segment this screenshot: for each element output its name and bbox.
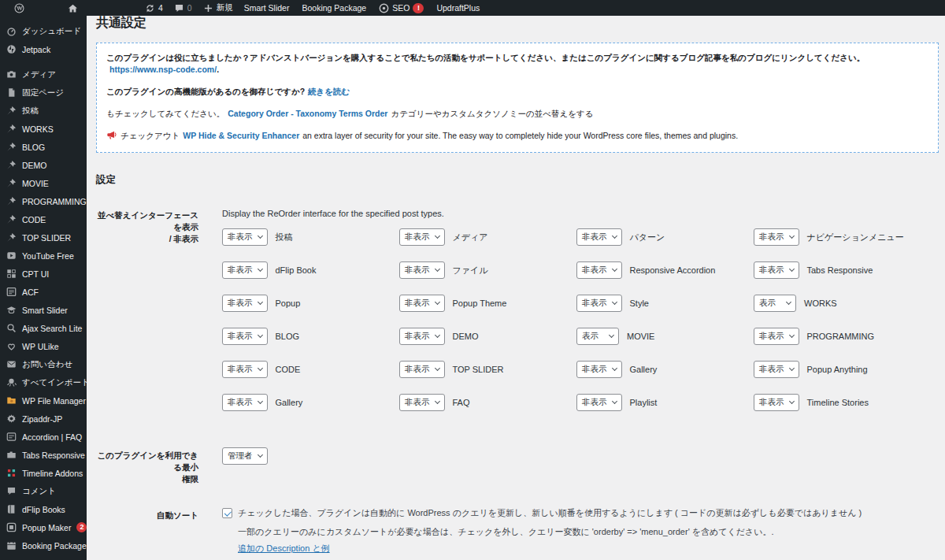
chevron-down-icon <box>434 332 439 338</box>
new-content-menu[interactable]: 新規 <box>203 2 233 13</box>
sidebar-item-timeline-addons[interactable]: Timeline Addons <box>0 464 87 482</box>
wordpress-logo-menu[interactable] <box>14 3 24 13</box>
reorder-interface-label: 並べ替えインターフェースを表示 / 非表示 <box>96 207 198 245</box>
smart-slider-menu[interactable]: Smart Slider <box>244 3 290 13</box>
sidebar-item-dashboard[interactable]: ダッシュボード <box>0 22 87 40</box>
visibility-select[interactable]: 非表示 <box>222 295 268 312</box>
sidebar-item-wp-ulike[interactable]: WP ULike <box>0 337 87 355</box>
sidebar-item-label: 投稿 <box>22 106 39 117</box>
visibility-select[interactable]: 非表示 <box>754 328 799 345</box>
visibility-select[interactable]: 非表示 <box>222 394 268 411</box>
post-type-cell: 非表示DEMO <box>399 328 576 345</box>
sidebar-item-ajax-search-lite[interactable]: Ajax Search Lite <box>0 319 87 337</box>
post-type-cell: 非表示Responsive Accordion <box>576 261 754 279</box>
sidebar-item-blog[interactable]: BLOG <box>0 138 87 156</box>
sidebar-item-cpt-ui[interactable]: CPT UI <box>0 265 87 283</box>
nsp-code-link[interactable]: https://www.nsp-code.com/ <box>109 65 217 74</box>
chevron-down-icon <box>788 399 794 404</box>
sidebar-item-label: Jetpack <box>22 45 50 54</box>
visibility-select[interactable]: 非表示 <box>576 361 622 378</box>
sidebar-item-top-slider[interactable]: TOP SLIDER <box>0 228 87 247</box>
visibility-select[interactable]: 非表示 <box>754 394 799 411</box>
chevron-down-icon <box>611 365 617 371</box>
sidebar-item-booking-package[interactable]: Booking Package <box>0 536 87 554</box>
media-icon <box>6 69 17 80</box>
sidebar-item-zipaddr-jp[interactable]: Zipaddr-JP <box>0 410 87 428</box>
sidebar-item-accordion-faq[interactable]: Accordion | FAQ <box>0 428 87 446</box>
sidebar-item-pages[interactable]: 固定ページ <box>0 83 87 102</box>
autosort-description: チェックした場合、プラグインは自動的に WordPress のクエリを更新し、新… <box>238 507 862 519</box>
sidebar-item-dflip-books[interactable]: dFlip Books <box>0 500 87 518</box>
wp-hide-link[interactable]: WP Hide & Security Enhancer <box>183 131 299 140</box>
visibility-select[interactable]: 非表示 <box>754 361 799 378</box>
visibility-select[interactable]: 非表示 <box>399 261 445 279</box>
sidebar-item-movie[interactable]: MOVIE <box>0 174 87 192</box>
sidebar-item-label: dFlip Books <box>22 505 65 514</box>
sidebar-item-programming[interactable]: PROGRAMMING <box>0 192 87 210</box>
sidebar-item-wp-file-manager[interactable]: WP File Manager <box>0 391 87 410</box>
notice-support-text: このプラグインは役に立ちましたか？アドバンストバージョンを購入することで私たちの… <box>106 53 865 62</box>
sidebar-item-all-import[interactable]: すべてインポート <box>0 373 87 391</box>
acf-table-icon <box>6 287 17 297</box>
import-octopus-icon <box>6 377 17 388</box>
visibility-select[interactable]: 非表示 <box>399 361 445 378</box>
admin-bar: 4 0 新規 Smart Slider Booking Package SEO … <box>0 0 945 16</box>
visibility-select-value: 非表示 <box>582 364 607 375</box>
capability-select[interactable]: 管理者 <box>222 447 268 465</box>
visibility-select[interactable]: 非表示 <box>399 328 445 345</box>
sidebar-item-jetpack[interactable]: Jetpack <box>0 40 87 58</box>
site-home-menu[interactable] <box>68 3 78 13</box>
post-type-label: パターン <box>630 232 665 243</box>
sidebar-item-demo[interactable]: DEMO <box>0 156 87 174</box>
seo-menu[interactable]: SEO ! <box>379 3 424 13</box>
visibility-select[interactable]: 非表示 <box>754 261 799 279</box>
sidebar-item-media[interactable]: メディア <box>0 65 87 83</box>
sidebar-item-acf[interactable]: ACF <box>0 283 87 301</box>
visibility-select[interactable]: 表示 <box>576 328 619 345</box>
visibility-select-value: 非表示 <box>582 265 607 276</box>
visibility-select[interactable]: 非表示 <box>222 328 268 345</box>
visibility-select[interactable]: 非表示 <box>576 261 622 279</box>
additional-description-link[interactable]: 追加の Description と例 <box>238 543 330 554</box>
sidebar-item-smart-slider[interactable]: Smart Slider <box>0 301 87 319</box>
update-count: 4 <box>158 3 163 13</box>
visibility-select[interactable]: 非表示 <box>576 394 622 411</box>
comments-menu[interactable]: 0 <box>174 3 192 13</box>
post-type-label: Responsive Accordion <box>630 265 716 275</box>
category-order-link[interactable]: Category Order - Taxonomy Terms Order <box>228 109 387 118</box>
visibility-select[interactable]: 非表示 <box>222 361 268 378</box>
sidebar-item-popup-maker[interactable]: Popup Maker2 <box>0 518 87 536</box>
visibility-select[interactable]: 非表示 <box>222 228 268 246</box>
visibility-select-value: 非表示 <box>228 232 253 243</box>
visibility-select[interactable]: 非表示 <box>576 295 622 312</box>
autosort-checkbox[interactable] <box>222 508 232 518</box>
sidebar-item-code[interactable]: CODE <box>0 210 87 228</box>
book-icon <box>6 504 17 514</box>
post-type-label: 投稿 <box>276 232 293 243</box>
post-type-cell: 非表示パターン <box>576 228 754 246</box>
notice-period: . <box>217 65 219 74</box>
dashboard-icon <box>6 26 17 36</box>
visibility-select[interactable]: 表示 <box>754 295 796 312</box>
visibility-select[interactable]: 非表示 <box>222 261 268 279</box>
post-type-label: Popup Anything <box>807 365 868 374</box>
updates-menu[interactable]: 4 <box>145 3 163 13</box>
plus-icon <box>203 3 213 13</box>
visibility-select[interactable]: 非表示 <box>399 394 445 411</box>
sidebar-item-posts[interactable]: 投稿 <box>0 102 87 120</box>
visibility-select-value: 非表示 <box>582 232 607 243</box>
sidebar-item-label: Tabs Responsive <box>22 451 85 460</box>
sidebar-item-comments[interactable]: コメント <box>0 482 87 500</box>
sidebar-item-tabs-responsive[interactable]: Tabs Responsive <box>0 446 87 464</box>
visibility-select[interactable]: 非表示 <box>576 228 622 246</box>
read-more-link[interactable]: 続きを読む <box>308 87 350 96</box>
sidebar-item-works[interactable]: WORKS <box>0 120 87 138</box>
visibility-select[interactable]: 非表示 <box>754 228 799 246</box>
visibility-select[interactable]: 非表示 <box>399 295 445 312</box>
visibility-select-value: 非表示 <box>228 298 253 309</box>
booking-package-menu[interactable]: Booking Package <box>302 3 366 13</box>
updraftplus-menu[interactable]: UpdraftPlus <box>436 3 480 13</box>
visibility-select[interactable]: 非表示 <box>399 228 445 246</box>
sidebar-item-youtube-free[interactable]: YouTube Free <box>0 247 87 265</box>
sidebar-item-contact[interactable]: お問い合わせ <box>0 355 87 373</box>
